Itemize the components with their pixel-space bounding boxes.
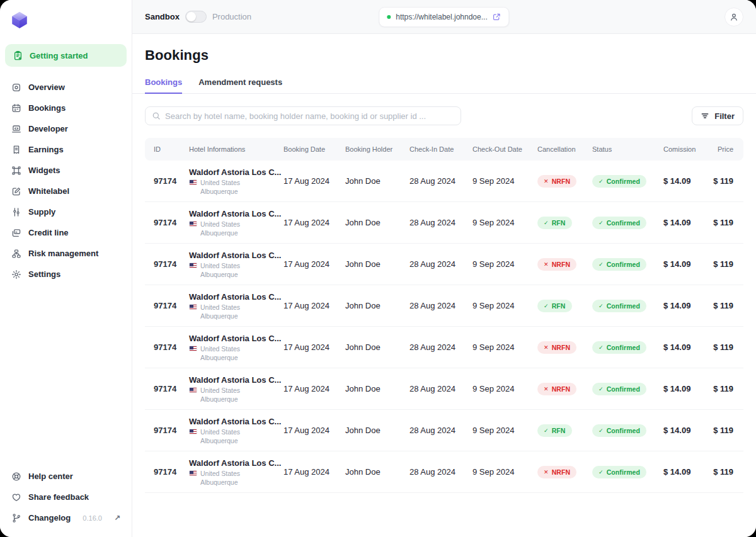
us-flag-icon (189, 179, 197, 185)
status-badge: ✓ Confirmed (592, 466, 646, 478)
price: $ 119 (705, 342, 743, 352)
tab-amendment-requests[interactable]: Amendment requests (198, 77, 282, 94)
status-cell: ✓ Confirmed (583, 217, 655, 229)
table-body: 97174 Waldorf Astoria Los C... United St… (145, 161, 743, 493)
hotel-info-cell: Waldorf Astoria Los C... United States A… (180, 458, 275, 486)
status-badge: ✓ Confirmed (592, 341, 646, 354)
check-out-date: 9 Sep 2024 (464, 176, 529, 186)
sidebar-item-risk-management[interactable]: Risk management (5, 243, 127, 264)
sidebar-item-supply[interactable]: Supply (5, 201, 127, 222)
column-header: Booking Holder (336, 145, 401, 153)
earnings-icon (11, 145, 21, 155)
hotel-name: Waldorf Astoria Los C... (189, 458, 275, 468)
getting-started-button[interactable]: Getting started (5, 44, 127, 67)
sidebar-item-settings[interactable]: Settings (5, 264, 127, 285)
whitelabel-url-pill[interactable]: https://whitelabel.johndoe... (379, 7, 509, 27)
sidebar-item-credit-line[interactable]: Credit line (5, 222, 127, 243)
hotel-info-cell: Waldorf Astoria Los C... United States A… (180, 167, 275, 195)
sidebar-item-share-feedback[interactable]: Share feedback (5, 487, 127, 507)
user-menu-button[interactable] (724, 8, 743, 26)
status-badge: ✓ Confirmed (592, 300, 646, 312)
status-cell: ✓ Confirmed (583, 341, 655, 354)
environment-toggle[interactable] (185, 11, 207, 23)
sidebar-item-whitelabel[interactable]: Whitelabel (5, 181, 127, 201)
cancellation-cell: ✓ RFN (529, 300, 583, 312)
external-arrow-icon: ↗ (114, 514, 120, 523)
table-row[interactable]: 97174 Waldorf Astoria Los C... United St… (145, 327, 743, 368)
table-row[interactable]: 97174 Waldorf Astoria Los C... United St… (145, 410, 743, 451)
search-input[interactable] (165, 111, 454, 121)
clipboard-plus-icon (13, 50, 23, 61)
sidebar: Getting started Overview Bookings Develo… (0, 0, 132, 537)
sidebar-item-widgets[interactable]: Widgets (5, 160, 127, 181)
table-row[interactable]: 97174 Waldorf Astoria Los C... United St… (145, 161, 743, 202)
hotel-country: United States (200, 428, 240, 436)
sidebar-item-developer[interactable]: Developer (5, 118, 127, 139)
badge-glyph-icon: ✓ (544, 220, 549, 226)
price: $ 119 (705, 176, 743, 186)
widgets-icon (11, 166, 21, 176)
booking-date: 17 Aug 2024 (275, 259, 336, 269)
status-cell: ✓ Confirmed (583, 175, 655, 188)
cancellation-cell: ✕ NRFN (529, 175, 583, 188)
filter-button[interactable]: Filter (692, 106, 743, 125)
sidebar-item-bookings[interactable]: Bookings (5, 98, 127, 118)
column-header: Comission (655, 145, 705, 153)
tab-bookings[interactable]: Bookings (145, 77, 182, 94)
sidebar-item-changelog[interactable]: Changelog 0.16.0↗ (5, 507, 127, 528)
booking-holder: John Doe (336, 301, 401, 310)
sidebar-item-label: Whitelabel (28, 186, 69, 196)
cancellation-cell: ✕ NRFN (529, 383, 583, 395)
cancellation-badge: ✓ RFN (537, 424, 572, 437)
changelog-icon (11, 513, 21, 523)
us-flag-icon (189, 470, 197, 476)
sidebar-item-overview[interactable]: Overview (5, 77, 127, 98)
sidebar-item-label: Changelog (28, 513, 71, 523)
status-badge: ✓ Confirmed (592, 383, 646, 395)
status-badge: ✓ Confirmed (592, 258, 646, 271)
sidebar-item-earnings[interactable]: Earnings (5, 139, 127, 160)
badge-glyph-icon: ✕ (544, 178, 549, 184)
hotel-name: Waldorf Astoria Los C... (189, 167, 275, 177)
filter-icon (701, 111, 709, 120)
booking-date: 17 Aug 2024 (275, 467, 336, 477)
sidebar-item-help-center[interactable]: Help center (5, 466, 127, 487)
changelog-version: 0.16.0 (83, 514, 102, 522)
overview-icon (11, 82, 21, 93)
column-header: Hotel Informations (180, 145, 275, 153)
column-header: Check-Out Date (464, 145, 529, 153)
check-out-date: 9 Sep 2024 (464, 259, 529, 269)
risk-management-icon (11, 249, 21, 259)
booking-date: 17 Aug 2024 (275, 342, 336, 352)
filter-label: Filter (714, 111, 735, 121)
check-in-date: 28 Aug 2024 (401, 218, 464, 227)
table-row[interactable]: 97174 Waldorf Astoria Los C... United St… (145, 451, 743, 493)
booking-id: 97174 (145, 467, 180, 477)
sidebar-item-label: Share feedback (28, 492, 89, 502)
status-badge: ✓ Confirmed (592, 217, 646, 229)
table-row[interactable]: 97174 Waldorf Astoria Los C... United St… (145, 244, 743, 285)
help-center-icon (11, 472, 21, 482)
us-flag-icon (189, 263, 197, 268)
topbar: Sandbox Production https://whitelabel.jo… (132, 0, 756, 34)
hotel-country: United States (200, 387, 240, 394)
cancellation-cell: ✕ NRFN (529, 258, 583, 271)
badge-glyph-icon: ✓ (544, 427, 549, 434)
share-feedback-icon (11, 492, 21, 502)
badge-glyph-icon: ✓ (598, 386, 604, 392)
commission: $ 14.09 (655, 176, 705, 186)
hotel-name: Waldorf Astoria Los C... (189, 251, 275, 260)
table-row[interactable]: 97174 Waldorf Astoria Los C... United St… (145, 368, 743, 410)
cancellation-cell: ✕ NRFN (529, 466, 583, 478)
commission: $ 14.09 (655, 218, 705, 227)
hotel-country: United States (200, 262, 240, 269)
us-flag-icon (189, 346, 197, 351)
page-content: Bookings BookingsAmendment requests Filt… (132, 34, 756, 537)
us-flag-icon (189, 304, 197, 310)
external-link-icon (493, 13, 501, 21)
hotel-name: Waldorf Astoria Los C... (189, 375, 275, 385)
table-row[interactable]: 97174 Waldorf Astoria Los C... United St… (145, 202, 743, 244)
table-row[interactable]: 97174 Waldorf Astoria Los C... United St… (145, 285, 743, 327)
badge-glyph-icon: ✕ (544, 469, 549, 475)
hotel-info-cell: Waldorf Astoria Los C... United States A… (180, 292, 275, 320)
